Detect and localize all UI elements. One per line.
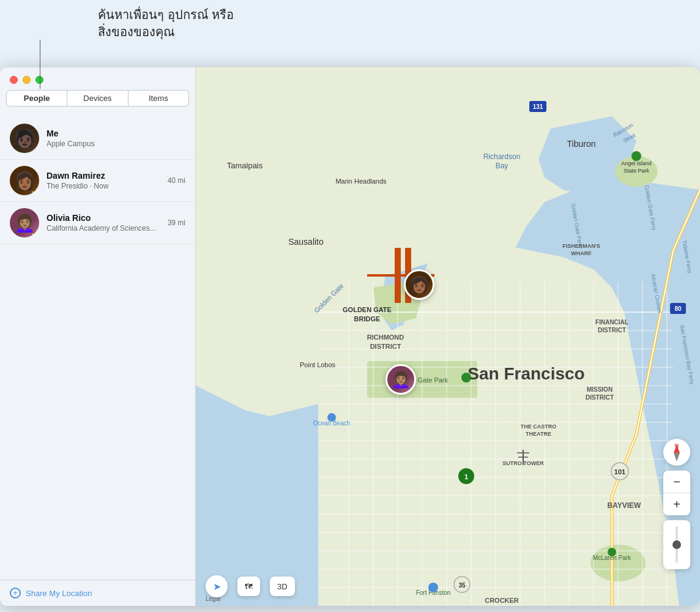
svg-text:DISTRICT: DISTRICT xyxy=(598,327,626,334)
tab-devices[interactable]: Devices xyxy=(67,90,128,106)
svg-point-61 xyxy=(631,151,641,161)
svg-text:DISTRICT: DISTRICT xyxy=(370,343,401,350)
svg-text:Point Lobos: Point Lobos xyxy=(300,361,336,368)
share-location-label: Share My Location xyxy=(26,589,92,598)
svg-point-89 xyxy=(608,548,616,556)
person-distance-olivia: 39 mi xyxy=(168,218,185,227)
person-item-dawn[interactable]: 👩🏾 Dawn Ramirez The Presidio · Now 40 mi xyxy=(0,160,195,202)
svg-text:131: 131 xyxy=(533,103,543,110)
sidebar: People Devices Items 🧑🏿 Me Apple Campus xyxy=(0,67,196,606)
person-item-me[interactable]: 🧑🏿 Me Apple Campus xyxy=(0,118,195,160)
threed-label: 3D xyxy=(277,582,288,591)
avatar-me: 🧑🏿 xyxy=(10,124,39,153)
close-button[interactable] xyxy=(10,76,18,84)
person-info-olivia: Olivia Rico California Academy of Scienc… xyxy=(47,213,160,233)
altitude-slider xyxy=(676,526,678,563)
svg-text:State Park: State Park xyxy=(624,168,650,174)
map-controls: N − + xyxy=(663,439,690,569)
avatar-olivia: 👩🏽‍🦱 xyxy=(10,208,39,237)
svg-text:San Francisco: San Francisco xyxy=(467,364,584,383)
svg-text:BAYVIEW: BAYVIEW xyxy=(608,501,642,510)
map-pin-dawn[interactable]: 👩🏾 xyxy=(404,269,434,300)
svg-text:Angel Island: Angel Island xyxy=(621,160,652,166)
svg-text:MISSION: MISSION xyxy=(587,386,612,393)
tooltip-text-line2: สิ่งของของคุณ xyxy=(98,23,234,40)
map-svg: 101 1 35 80 131 GOLDEN GATE BRIDGE xyxy=(196,67,700,606)
svg-text:THE CASTRO: THE CASTRO xyxy=(521,424,557,430)
altitude-control[interactable] xyxy=(663,520,690,569)
minimize-button[interactable] xyxy=(23,76,31,84)
svg-text:DISTRICT: DISTRICT xyxy=(586,394,614,401)
tab-bar: People Devices Items xyxy=(0,90,195,113)
altitude-thumb xyxy=(672,540,681,549)
person-sub-me: Apple Campus xyxy=(47,140,185,148)
person-distance-dawn: 40 mi xyxy=(168,176,185,185)
svg-text:Tiburon: Tiburon xyxy=(567,139,596,149)
compass-button[interactable]: N xyxy=(663,439,690,466)
svg-text:FISHERMAN'S: FISHERMAN'S xyxy=(562,243,600,249)
svg-text:35: 35 xyxy=(458,582,466,589)
svg-text:THEATRE: THEATRE xyxy=(526,431,551,437)
person-name-dawn: Dawn Ramirez xyxy=(47,171,160,181)
svg-text:80: 80 xyxy=(674,305,682,312)
window-controls xyxy=(0,67,195,90)
svg-point-81 xyxy=(327,413,336,422)
svg-text:RICHMOND: RICHMOND xyxy=(367,334,404,341)
compass-n-label: N xyxy=(675,442,679,449)
person-name-me: Me xyxy=(47,129,185,138)
map-icon: 🗺 xyxy=(245,582,253,591)
svg-text:WHARF: WHARF xyxy=(571,250,592,256)
people-list: 🧑🏿 Me Apple Campus 👩🏾 Dawn Ramirez The P… xyxy=(0,113,195,580)
person-info-dawn: Dawn Ramirez The Presidio · Now xyxy=(47,171,160,190)
tooltip-annotation: ค้นหาเพื่อนๆ อุปกรณ์ หรือ สิ่งของของคุณ xyxy=(98,6,234,40)
map-pin-olivia[interactable]: 👩🏽‍🦱 xyxy=(385,364,416,395)
location-button[interactable]: ➤ xyxy=(206,575,228,597)
avatar-dawn: 👩🏾 xyxy=(10,166,39,195)
svg-text:CROCKER: CROCKER xyxy=(485,597,519,604)
person-item-olivia[interactable]: 👩🏽‍🦱 Olivia Rico California Academy of S… xyxy=(0,202,195,244)
app-window: People Devices Items 🧑🏿 Me Apple Campus xyxy=(0,67,700,606)
tooltip-text-line1: ค้นหาเพื่อนๆ อุปกรณ์ หรือ xyxy=(98,6,234,23)
svg-point-79 xyxy=(461,373,471,382)
zoom-control: − + xyxy=(663,471,690,515)
person-sub-dawn: The Presidio · Now xyxy=(47,182,160,190)
person-sub-olivia: California Academy of Sciences... xyxy=(47,224,160,233)
map-view-button[interactable]: 🗺 xyxy=(237,577,260,596)
share-location-footer[interactable]: + Share My Location xyxy=(0,580,195,606)
svg-text:101: 101 xyxy=(614,468,625,476)
zoom-out-button[interactable]: − xyxy=(663,471,690,493)
map-toolbar: ➤ 🗺 3D xyxy=(206,575,295,597)
map-area[interactable]: 101 1 35 80 131 GOLDEN GATE BRIDGE xyxy=(196,67,700,606)
svg-text:FINANCIAL: FINANCIAL xyxy=(595,319,628,326)
tab-people[interactable]: People xyxy=(6,90,67,106)
tab-items[interactable]: Items xyxy=(128,90,189,106)
svg-text:Marin Headlands: Marin Headlands xyxy=(335,177,387,185)
svg-text:1: 1 xyxy=(464,473,468,480)
threed-button[interactable]: 3D xyxy=(270,577,295,596)
zoom-in-button[interactable]: + xyxy=(663,493,690,515)
svg-text:Sausalito: Sausalito xyxy=(288,237,324,247)
svg-point-91 xyxy=(428,583,438,592)
svg-text:Tamalpais: Tamalpais xyxy=(227,161,263,170)
person-name-olivia: Olivia Rico xyxy=(47,213,160,223)
svg-text:BRIDGE: BRIDGE xyxy=(354,315,381,323)
svg-text:GOLDEN GATE: GOLDEN GATE xyxy=(343,306,392,313)
svg-text:Bay: Bay xyxy=(496,162,508,170)
maximize-button[interactable] xyxy=(35,76,43,84)
svg-text:Richardson: Richardson xyxy=(483,152,521,161)
share-location-icon: + xyxy=(10,588,21,599)
person-info-me: Me Apple Campus xyxy=(47,129,185,148)
compass-arrow-down xyxy=(674,453,680,461)
